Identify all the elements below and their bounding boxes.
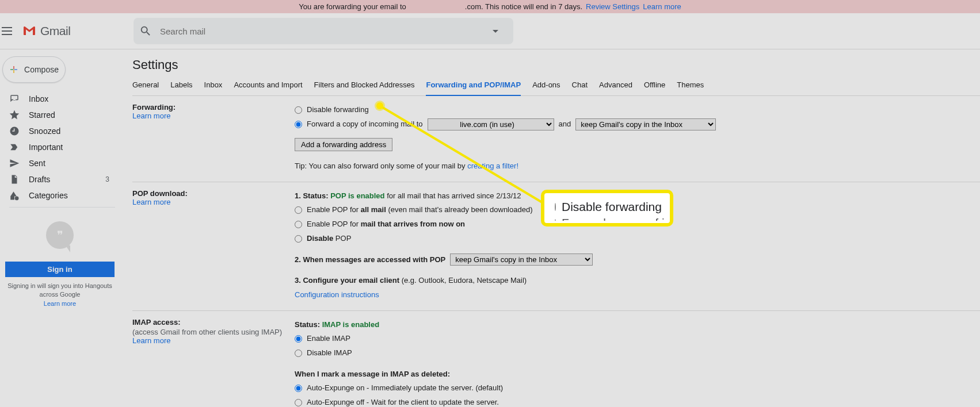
pop-step3-b: (e.g. Outlook, Eudora, Netscape Mail) bbox=[399, 276, 527, 285]
sidebar-item-label: Sent bbox=[29, 159, 114, 168]
section-forwarding: Forwarding: Learn more Disable forwardin… bbox=[132, 96, 980, 182]
gmail-icon bbox=[21, 24, 38, 38]
sidebar-item-label: Snoozed bbox=[29, 126, 114, 136]
hangouts-icon: ❞ bbox=[46, 221, 74, 249]
forwarding-action-select[interactable]: keep Gmail's copy in the Inbox bbox=[575, 118, 716, 130]
disable-forwarding-radio[interactable] bbox=[295, 106, 302, 114]
banner-text-a: You are forwarding your email to bbox=[299, 2, 406, 11]
imap-subtext: (access Gmail from other clients using I… bbox=[132, 328, 295, 336]
tab-addons[interactable]: Add-ons bbox=[532, 80, 560, 95]
forward-copy-radio[interactable] bbox=[295, 121, 302, 128]
disable-forwarding-label: Disable forwarding bbox=[307, 103, 369, 117]
auto-expunge-off-label: Auto-Expunge off - Wait for the client t… bbox=[307, 396, 499, 407]
pop-disable-b: POP bbox=[335, 234, 351, 243]
pop-enable-all-b: all mail bbox=[361, 205, 386, 214]
tab-labels[interactable]: Labels bbox=[170, 80, 192, 95]
important-icon bbox=[9, 142, 20, 152]
configuration-instructions-link[interactable]: Configuration instructions bbox=[295, 290, 379, 299]
sidebar: Compose Inbox Starred Snoozed Important … bbox=[0, 49, 120, 407]
gmail-logo[interactable]: Gmail bbox=[21, 24, 129, 38]
tab-offline[interactable]: Offline bbox=[644, 80, 665, 95]
pop-status-tail: for all mail that has arrived since 2/13… bbox=[385, 191, 521, 200]
forwarding-tip-text: Tip: You can also forward only some of y… bbox=[295, 162, 467, 170]
imap-enable-radio[interactable] bbox=[295, 335, 302, 343]
sidebar-item-label: Drafts bbox=[29, 175, 96, 184]
main-menu-button[interactable] bbox=[0, 24, 14, 38]
pop-status-enabled: POP is enabled bbox=[330, 191, 384, 200]
sidebar-item-snoozed[interactable]: Snoozed bbox=[0, 123, 120, 139]
sidebar-item-label: Categories bbox=[29, 191, 114, 200]
search-box[interactable] bbox=[134, 18, 513, 44]
add-forwarding-address-button[interactable]: Add a forwarding address bbox=[295, 138, 392, 151]
main-content: Settings General Labels Inbox Accounts a… bbox=[120, 49, 980, 407]
tab-forwarding-pop-imap[interactable]: Forwarding and POP/IMAP bbox=[426, 80, 521, 96]
tab-chat[interactable]: Chat bbox=[572, 80, 588, 95]
drafts-icon bbox=[9, 174, 20, 185]
sidebar-item-sent[interactable]: Sent bbox=[0, 155, 120, 171]
hangouts-signin-button[interactable]: Sign in bbox=[5, 262, 115, 277]
inbox-icon bbox=[9, 94, 20, 104]
search-icon bbox=[139, 25, 152, 37]
drafts-count: 3 bbox=[105, 175, 114, 183]
page-title: Settings bbox=[132, 57, 980, 72]
banner-review-settings-link[interactable]: Review Settings bbox=[586, 2, 639, 11]
gmail-logo-text: Gmail bbox=[40, 24, 70, 38]
callout-radio-icon bbox=[555, 203, 556, 211]
pop-enable-all-radio[interactable] bbox=[295, 206, 302, 214]
forward-and-label: and bbox=[559, 117, 571, 132]
app-header: Gmail bbox=[0, 13, 980, 49]
auto-expunge-off-radio[interactable] bbox=[295, 399, 302, 406]
auto-expunge-on-label: Auto-Expunge on - Immediately update the… bbox=[307, 381, 503, 396]
creating-a-filter-link[interactable]: creating a filter! bbox=[467, 162, 518, 170]
sidebar-item-drafts[interactable]: Drafts 3 bbox=[0, 171, 120, 187]
clock-icon bbox=[9, 126, 20, 136]
tab-advanced[interactable]: Advanced bbox=[599, 80, 632, 95]
section-imap-access: IMAP access: (access Gmail from other cl… bbox=[132, 311, 980, 407]
callout-radio-icon bbox=[555, 219, 556, 221]
plus-icon bbox=[9, 65, 18, 74]
pop-disable-radio[interactable] bbox=[295, 235, 302, 243]
pop-enable-now-radio[interactable] bbox=[295, 221, 302, 228]
pop-heading: POP download: bbox=[132, 189, 295, 198]
sidebar-item-inbox[interactable]: Inbox bbox=[0, 91, 120, 107]
imap-disable-label: Disable IMAP bbox=[307, 346, 352, 360]
callout-row1-text: Disable forwarding bbox=[562, 200, 662, 214]
forward-copy-label: Forward a copy of incoming mail to bbox=[307, 117, 423, 132]
sidebar-item-important[interactable]: Important bbox=[0, 139, 120, 155]
pop-disable-a: Disable bbox=[307, 234, 335, 243]
forwarding-address-select[interactable]: live.com (in use) bbox=[428, 118, 554, 130]
hangouts-note: Signing in will sign you into Hangouts a… bbox=[7, 282, 112, 298]
annotation-callout: Disable forwarding Forward a copy of in bbox=[541, 190, 673, 226]
settings-tabs: General Labels Inbox Accounts and Import… bbox=[132, 80, 980, 96]
pop-enable-now-b: mail that arrives from now on bbox=[361, 220, 465, 228]
tab-accounts[interactable]: Accounts and Import bbox=[234, 80, 302, 95]
pop-action-select[interactable]: keep Gmail's copy in the Inbox bbox=[450, 254, 593, 266]
search-input[interactable] bbox=[159, 26, 476, 37]
hangouts-panel: ❞ Sign in Signing in will sign you into … bbox=[0, 221, 120, 309]
star-icon bbox=[9, 110, 20, 120]
imap-disable-radio[interactable] bbox=[295, 350, 302, 357]
forwarding-learn-more-link[interactable]: Learn more bbox=[132, 112, 170, 120]
sidebar-item-categories[interactable]: Categories bbox=[0, 187, 120, 203]
tab-themes[interactable]: Themes bbox=[677, 80, 704, 95]
tab-filters[interactable]: Filters and Blocked Addresses bbox=[314, 80, 415, 95]
sidebar-item-label: Important bbox=[29, 143, 114, 152]
tab-inbox[interactable]: Inbox bbox=[204, 80, 223, 95]
pop-enable-all-c: (even mail that's already been downloade… bbox=[386, 205, 533, 214]
callout-row2-text: Forward a copy of in bbox=[562, 216, 668, 221]
pop-step2-label: 2. When messages are accessed with POP bbox=[295, 253, 445, 267]
auto-expunge-on-radio[interactable] bbox=[295, 385, 302, 392]
imap-learn-more-link[interactable]: Learn more bbox=[132, 336, 170, 345]
pop-enable-now-a: Enable POP for bbox=[307, 220, 361, 228]
imap-enable-label: Enable IMAP bbox=[307, 332, 350, 346]
imap-status-enabled: IMAP is enabled bbox=[322, 320, 379, 329]
compose-button[interactable]: Compose bbox=[2, 56, 66, 83]
categories-icon bbox=[9, 190, 20, 201]
hangouts-learn-more-link[interactable]: Learn more bbox=[44, 300, 76, 307]
tab-general[interactable]: General bbox=[132, 80, 159, 95]
sidebar-item-starred[interactable]: Starred bbox=[0, 107, 120, 123]
search-options-button[interactable] bbox=[483, 25, 508, 37]
banner-learn-more-link[interactable]: Learn more bbox=[643, 2, 681, 11]
pop-learn-more-link[interactable]: Learn more bbox=[132, 198, 170, 206]
pop-step3-a: 3. Configure your email client bbox=[295, 276, 399, 285]
